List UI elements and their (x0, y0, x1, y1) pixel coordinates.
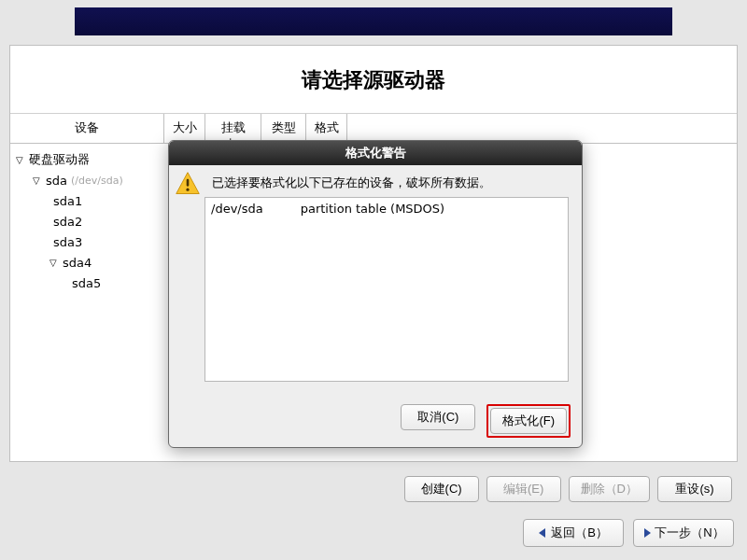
dialog-body: 已选择要格式化以下已存在的设备，破坏所有数据。 /dev/sda partiti… (169, 165, 582, 447)
col-mount[interactable]: 挂载点/ (205, 114, 261, 143)
cancel-button[interactable]: 取消(C) (401, 404, 475, 430)
chevron-down-icon[interactable]: ▽ (33, 175, 42, 186)
next-button[interactable]: 下一步（N） (633, 519, 734, 547)
dialog-title: 格式化警告 (169, 141, 582, 165)
edit-button: 编辑(E) (486, 476, 561, 502)
arrow-left-icon (539, 528, 545, 538)
next-label: 下一步（N） (655, 525, 724, 541)
warning-icon (175, 171, 201, 197)
col-type[interactable]: 类型 (261, 114, 306, 143)
tree-label: sda4 (63, 256, 92, 270)
arrow-right-icon (644, 528, 651, 538)
format-warning-dialog: 格式化警告 已选择要格式化以下已存在的设备，破坏所有数据。 /dev/sda p… (168, 140, 583, 448)
svg-rect-1 (187, 179, 190, 187)
reset-button[interactable]: 重设(s) (657, 476, 732, 502)
device-detail: partition table (MSDOS) (301, 202, 444, 216)
top-banner (75, 7, 672, 35)
highlight-frame: 格式化(F) (486, 404, 571, 438)
back-label: 返回（B） (551, 525, 608, 541)
tree-label: sda3 (53, 235, 82, 249)
device-path: (/dev/sda) (71, 175, 123, 187)
action-row: 创建(C) 编辑(E) 删除（D） 重设(s) (9, 476, 738, 504)
tree-label: sda (46, 174, 67, 188)
dialog-message: 已选择要格式化以下已存在的设备，破坏所有数据。 (212, 173, 569, 191)
chevron-down-icon[interactable]: ▽ (16, 155, 25, 165)
nav-row: 返回（B） 下一步（N） (523, 519, 734, 547)
page-title: 请选择源驱动器 (10, 46, 737, 114)
tree-label: 硬盘驱动器 (29, 151, 90, 168)
device-name: /dev/sda (211, 202, 263, 216)
col-device[interactable]: 设备 (10, 114, 164, 143)
device-list: /dev/sda partition table (MSDOS) (204, 197, 569, 382)
chevron-down-icon[interactable]: ▽ (49, 258, 59, 268)
col-format[interactable]: 格式 (306, 114, 347, 143)
format-button[interactable]: 格式化(F) (490, 408, 567, 434)
back-button[interactable]: 返回（B） (523, 519, 624, 547)
svg-point-2 (186, 189, 189, 191)
list-item: /dev/sda partition table (MSDOS) (211, 202, 562, 216)
tree-label: sda5 (72, 276, 101, 290)
dialog-buttons: 取消(C) 格式化(F) (401, 404, 571, 438)
tree-label: sda2 (53, 215, 82, 229)
create-button[interactable]: 创建(C) (404, 476, 479, 502)
col-size[interactable]: 大小 (164, 114, 205, 143)
delete-button: 删除（D） (569, 476, 650, 502)
tree-label: sda1 (53, 194, 82, 208)
